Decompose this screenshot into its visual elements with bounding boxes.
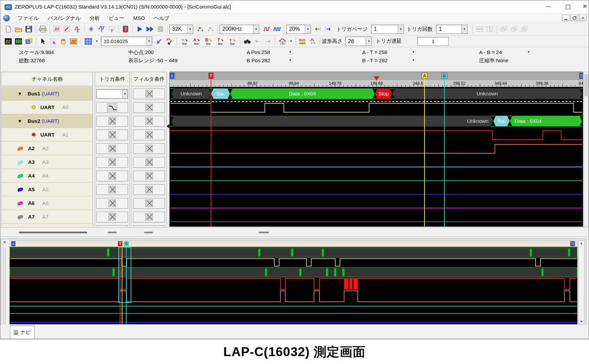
trigger-value-combo[interactable]: ▼ — [96, 89, 128, 99]
menu-item-0[interactable]: ファイル — [13, 14, 43, 23]
chevron-down-icon[interactable]: ▼ — [366, 37, 371, 46]
goto-trigger-left-button[interactable] — [313, 24, 323, 34]
list-view-button[interactable] — [13, 37, 24, 46]
filter-cell[interactable] — [131, 114, 167, 128]
stop-button[interactable] — [155, 24, 166, 34]
channel-row-A7[interactable]: A7A7 — [2, 210, 93, 224]
navigator-ruler[interactable]: sTBD — [10, 240, 577, 247]
channel-row-A0[interactable]: UARTA0 — [2, 101, 93, 114]
minimize-button[interactable]: — — [542, 3, 554, 11]
pattern-trigger-button[interactable]: T — [107, 24, 117, 34]
menu-item-2[interactable]: 分析 — [85, 14, 104, 23]
main-waveform[interactable]: 49.9299.84149.76199.68249.6299.52349.443… — [169, 72, 583, 227]
async-clock-icon[interactable] — [262, 24, 272, 34]
wave-height-combo[interactable]: 26▼ — [345, 37, 372, 46]
bar-button-3[interactable]: T↘Bar — [214, 36, 226, 47]
filter-cell[interactable] — [131, 183, 167, 196]
trigger-cell[interactable] — [95, 169, 129, 183]
a-pos-dropdown[interactable]: ▼ — [289, 50, 292, 54]
filter-hscroll-thumb[interactable] — [144, 232, 153, 233]
sample-depth-combo[interactable]: 32K▼ — [169, 25, 193, 34]
a-b-dropdown[interactable]: ▼ — [527, 50, 530, 54]
find-prev-button[interactable]: ⇤ — [252, 37, 263, 46]
channel-row-A2[interactable]: A2A2 — [2, 142, 93, 155]
bus-color-button[interactable]: BUS — [298, 37, 308, 46]
channel-row-A3[interactable]: A3A3 — [2, 155, 93, 169]
chevron-down-icon[interactable]: ▼ — [305, 25, 311, 34]
maximize-button[interactable] — [566, 5, 570, 9]
mixed-view-button[interactable] — [24, 37, 34, 46]
select-button[interactable] — [48, 37, 58, 46]
home-button[interactable]: N — [277, 37, 288, 46]
navigator-vscrollbar[interactable]: ▲ ▼ — [578, 240, 585, 324]
navigator-splitter[interactable] — [3, 248, 6, 324]
hand-button[interactable] — [58, 37, 68, 46]
trigger-cell[interactable]: ▼ — [95, 87, 129, 101]
repeat-run-button[interactable] — [145, 24, 155, 34]
grid-dropdown[interactable]: ▼ — [94, 37, 100, 46]
trigger-cell[interactable] — [95, 210, 129, 224]
module-settings-button[interactable] — [121, 24, 131, 34]
find-button[interactable] — [242, 37, 252, 46]
mdi-restore-button[interactable] — [571, 15, 578, 21]
zoom-in-button[interactable] — [154, 37, 165, 46]
trigger-count-combo[interactable]: 1▼ — [436, 25, 468, 34]
bar-button-1[interactable]: A↘Bar — [191, 36, 202, 47]
trigger-cell[interactable] — [95, 142, 129, 155]
measure-button[interactable] — [68, 37, 79, 46]
position-combo[interactable]: 10.016025▼ — [101, 37, 152, 46]
trigger-cell[interactable] — [95, 196, 129, 210]
menu-item-3[interactable]: ビュー — [104, 14, 129, 23]
memory-prev-button[interactable]: M — [195, 24, 206, 34]
nav-t-marker[interactable]: T — [118, 241, 122, 246]
goto-trigger-right-button[interactable] — [323, 24, 333, 34]
bar-button-0[interactable]: −↘Bar — [179, 36, 191, 47]
navigator-close-icon[interactable]: ✕ — [2, 240, 7, 245]
filter-cell[interactable] — [131, 196, 167, 210]
bar-button-4[interactable]: +↘Bar — [226, 36, 238, 47]
filter-cell[interactable] — [131, 87, 167, 101]
channel-hscroll-thumb[interactable] — [19, 232, 87, 233]
tab-navi[interactable]: ナビ — [10, 326, 35, 339]
close-button[interactable]: ✕ — [581, 3, 589, 11]
filter-cell[interactable] — [131, 142, 167, 155]
trigger-cell[interactable] — [95, 128, 129, 142]
trigger-cell[interactable] — [95, 101, 129, 114]
filter-cell[interactable] — [131, 101, 167, 114]
home-dropdown[interactable]: ▼ — [288, 37, 294, 46]
filter-cell[interactable] — [131, 155, 167, 169]
sync-clock-icon[interactable] — [272, 24, 283, 34]
tile-vertical-button[interactable] — [485, 24, 495, 34]
trigger-cell[interactable] — [95, 114, 129, 128]
chevron-down-icon[interactable]: ▼ — [187, 25, 193, 34]
display-ratio-combo[interactable]: 20%▼ — [286, 25, 311, 34]
a-t-dropdown[interactable]: ▼ — [412, 50, 415, 54]
channel-row-A1[interactable]: UARTA1 — [2, 128, 93, 142]
trigger-cell[interactable] — [95, 183, 129, 196]
edit-setup-button[interactable] — [62, 24, 72, 34]
filter-cell[interactable] — [131, 169, 167, 183]
channel-row-A4[interactable]: A4A4 — [2, 169, 93, 183]
nav-b-marker[interactable]: B — [124, 241, 129, 246]
menu-item-5[interactable]: ヘルプ — [149, 14, 174, 23]
mdi-minimize-button[interactable] — [562, 15, 570, 21]
scroll-down-icon[interactable]: ▼ — [578, 320, 584, 323]
print-button[interactable] — [38, 24, 48, 34]
trigger-page-combo[interactable]: 1▼ — [371, 25, 404, 34]
filter-cell[interactable] — [131, 224, 167, 226]
trigger-delay-field[interactable]: 1 — [417, 37, 449, 46]
run-button[interactable] — [135, 24, 145, 34]
chevron-down-icon[interactable]: ▼ — [146, 37, 152, 46]
bar-button-2[interactable]: B↘Bar — [202, 36, 214, 47]
save-button[interactable] — [24, 24, 34, 34]
chevron-down-icon[interactable]: ▼ — [461, 25, 467, 34]
scroll-up-icon[interactable]: ▲ — [578, 242, 584, 245]
wave-trigger-button[interactable]: T — [96, 24, 107, 34]
find-next-button[interactable]: ⇥ — [263, 37, 273, 46]
open-file-button[interactable] — [13, 24, 24, 34]
filter-cell[interactable] — [131, 128, 167, 142]
main-waveform-svg[interactable]: 49.9299.84149.76199.68249.6299.52349.443… — [170, 72, 583, 226]
channel-row-A5[interactable]: A5A5 — [2, 183, 93, 196]
channel-row-A8[interactable]: A8A8 — [2, 224, 93, 226]
menu-item-4[interactable]: MSO — [129, 14, 149, 23]
